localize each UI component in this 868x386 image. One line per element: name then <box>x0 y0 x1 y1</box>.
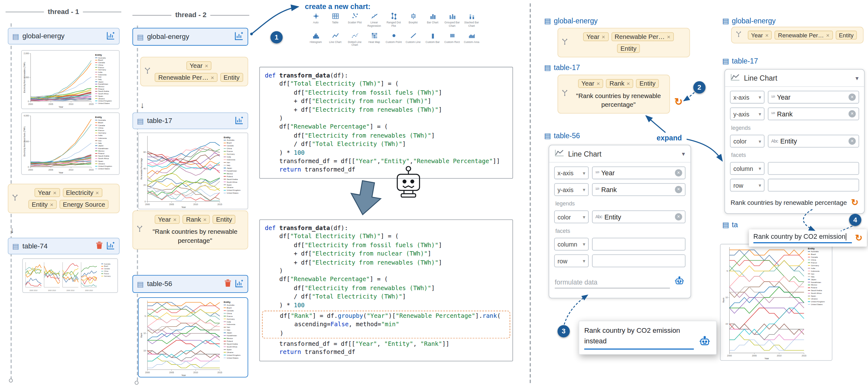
field-pill-rank[interactable]: Rank× <box>606 79 633 88</box>
rerun-derivation-icon[interactable]: ↻ <box>851 198 859 207</box>
field-pill-electricity[interactable]: Electricity× <box>63 188 102 197</box>
field-pill-year[interactable]: Year× <box>186 61 212 70</box>
chart-type-boxplot[interactable]: Boxplot <box>404 12 422 27</box>
x-axis-channel-select[interactable]: x-axis▾ <box>730 91 765 103</box>
rerun-derivation-icon[interactable]: ↻ <box>855 234 862 242</box>
chart-thumbnail-renewables[interactable]: 01,0002,0002000200520102015Electricity f… <box>21 50 120 109</box>
add-chart-icon[interactable] <box>106 31 116 41</box>
field-pill-renewable-per[interactable]: Renewable Per…× <box>775 30 833 39</box>
chart-type-line-chart[interactable]: Line Chart <box>326 31 344 47</box>
chart-type-dotted-line-chart[interactable]: Dotted Line Chart <box>346 31 364 47</box>
color-channel-select[interactable]: color▾ <box>554 210 589 223</box>
chart-type-linear-regression[interactable]: Linear Regression <box>365 12 383 27</box>
field-pill-entity[interactable]: Entity <box>836 30 857 39</box>
remove-field-icon[interactable]: × <box>848 138 856 145</box>
delete-table-icon[interactable] <box>224 279 231 289</box>
row-channel-select[interactable]: row▾ <box>730 179 765 191</box>
field-pill-year[interactable]: Year× <box>583 32 609 41</box>
add-chart-icon[interactable] <box>235 116 244 126</box>
formulate-popup-input[interactable]: Rank country by CO2 emission instead <box>579 321 717 354</box>
prompt-input-text[interactable]: Rank country by CO2 emission <box>753 233 852 243</box>
add-chart-icon[interactable] <box>106 241 116 251</box>
row-channel-select[interactable]: row▾ <box>554 254 589 267</box>
chart-type-selector[interactable]: Line Chart ▾ <box>549 145 690 162</box>
add-chart-icon[interactable] <box>235 278 244 289</box>
remove-icon[interactable]: × <box>50 201 54 208</box>
field-pill-entity[interactable]: Entity <box>220 73 243 82</box>
chart-type-custom-point[interactable]: Custom Point <box>384 31 403 47</box>
color-field-pill[interactable]: AbcEntity× <box>592 210 685 223</box>
dataset-card-global-energy[interactable]: ▤ global-energy <box>132 28 248 46</box>
color-channel-select[interactable]: color▾ <box>730 135 765 148</box>
remove-field-icon[interactable]: × <box>848 110 856 117</box>
remove-icon[interactable]: × <box>173 216 177 222</box>
chart-type-bar-chart[interactable]: Bar Chart <box>424 12 442 27</box>
row-field-empty[interactable] <box>592 254 685 267</box>
chart-type-histogram[interactable]: Histogram <box>306 31 325 47</box>
formulate-data-input[interactable]: formulate data <box>555 276 685 288</box>
remove-icon[interactable]: × <box>826 32 830 38</box>
chart-type-selector[interactable]: Line Chart ▾ <box>725 70 864 87</box>
remove-icon[interactable]: × <box>95 189 99 196</box>
field-pill-entity[interactable]: Entity <box>617 44 640 53</box>
chart-type-custom-line[interactable]: Custom Line <box>404 31 422 47</box>
chart-type-custom-bar[interactable]: Custom Bar <box>424 31 442 47</box>
dataset-header-global-energy[interactable]: ▤ global-energy <box>722 17 776 25</box>
x-axis-channel-select[interactable]: x-axis▾ <box>554 167 589 179</box>
table-header-17[interactable]: ▤ table-17 <box>544 63 580 72</box>
delete-table-icon[interactable] <box>96 241 103 251</box>
field-pill-year[interactable]: Year× <box>578 79 603 88</box>
chart-thumbnail-table17[interactable]: 02040602000200520102015Renewable Percent… <box>138 132 248 209</box>
remove-icon[interactable]: × <box>211 74 214 81</box>
y-axis-channel-select[interactable]: y-axis▾ <box>554 183 589 196</box>
table-card-17[interactable]: ▤ table-17 <box>132 112 248 129</box>
remove-icon[interactable]: × <box>597 80 600 87</box>
y-axis-field-pill[interactable]: ¹²³Rank× <box>592 183 685 196</box>
table-header-56[interactable]: ▤ table-56 <box>544 131 580 140</box>
y-axis-channel-select[interactable]: y-axis▾ <box>730 108 765 120</box>
table-card-74[interactable]: ▤ table-74 <box>8 238 120 255</box>
chart-type-auto[interactable]: Auto <box>306 12 325 27</box>
chart-type-scatter-plot[interactable]: Scatter Plot <box>346 12 364 27</box>
y-axis-field-pill[interactable]: ¹²³Rank× <box>768 108 859 120</box>
column-channel-select[interactable]: column▾ <box>554 238 589 250</box>
dataset-card-global-energy[interactable]: ▤ global-energy <box>8 28 120 44</box>
field-pill-entity[interactable]: Entity <box>636 79 659 88</box>
chart-thumbnail-table56[interactable]: 510152000200520102015RankYearEntityAustr… <box>138 297 248 378</box>
chart-type-custom-rect[interactable]: Custom Rect <box>443 31 461 47</box>
table-card-56[interactable]: ▤ table-56 <box>132 275 248 293</box>
chart-type-heat-map[interactable]: Heat Map <box>365 31 383 47</box>
remove-icon[interactable]: × <box>203 216 207 222</box>
color-field-pill[interactable]: AbcEntity× <box>768 135 859 148</box>
dataset-header-global-energy[interactable]: ▤ global-energy <box>544 17 598 25</box>
field-pill-entity[interactable]: Entity <box>213 215 236 224</box>
prompt-edit-input[interactable]: Rank country by CO2 emission ↻ <box>749 230 867 246</box>
remove-icon[interactable]: × <box>667 33 671 40</box>
field-pill-renewable-per[interactable]: Renewable Per…× <box>155 73 217 82</box>
remove-icon[interactable]: × <box>53 189 57 196</box>
chart-thumbnail-fossil[interactable]: 02,0004,0002000200520102015Electricity f… <box>21 112 120 175</box>
x-axis-field-pill[interactable]: ¹²³Year× <box>768 91 859 103</box>
field-pill-year[interactable]: Year× <box>748 30 772 39</box>
remove-icon[interactable]: × <box>205 62 208 69</box>
chart-type-custom-area[interactable]: Custom Area <box>462 31 480 47</box>
remove-field-icon[interactable]: × <box>675 186 682 193</box>
chart-thumbnail-rank-result[interactable]: 510152000200520102015RankYearEntityAustr… <box>720 244 832 361</box>
rerun-derivation-icon[interactable]: ↻ <box>675 97 683 107</box>
remove-icon[interactable]: × <box>602 33 605 40</box>
field-pill-year[interactable]: Year× <box>34 188 60 197</box>
remove-field-icon[interactable]: × <box>848 93 856 100</box>
column-field-empty[interactable] <box>592 238 685 250</box>
remove-icon[interactable]: × <box>627 80 630 87</box>
remove-icon[interactable]: × <box>765 32 769 38</box>
chart-type-table[interactable]: Table <box>326 12 344 27</box>
column-field-empty[interactable] <box>768 162 859 175</box>
table-header-17[interactable]: ▤ table-17 <box>722 57 758 65</box>
column-channel-select[interactable]: column▾ <box>730 162 765 175</box>
row-field-empty[interactable] <box>768 179 859 191</box>
field-pill-rank[interactable]: Rank× <box>183 215 210 224</box>
x-axis-field-pill[interactable]: ¹²³Year× <box>592 167 685 179</box>
remove-field-icon[interactable]: × <box>675 169 682 177</box>
field-pill-renewable-per[interactable]: Renewable Per…× <box>611 32 674 41</box>
add-chart-icon[interactable] <box>234 31 244 42</box>
